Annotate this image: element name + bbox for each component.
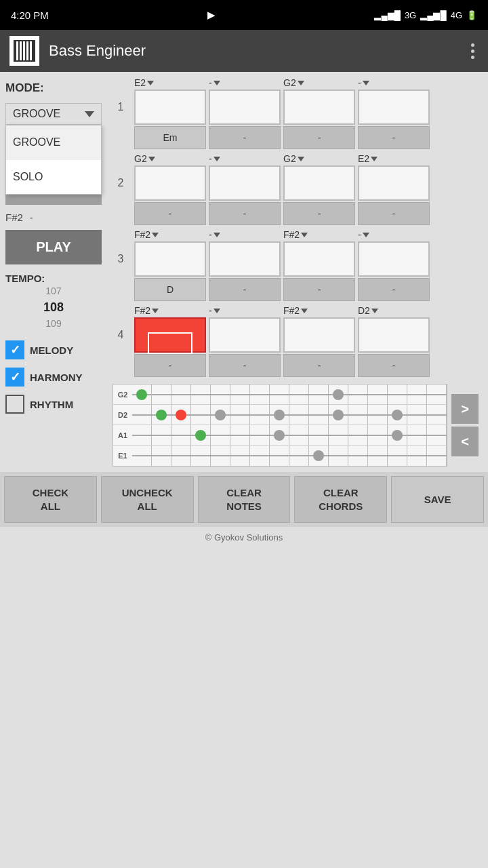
row3-note2[interactable]: - [209, 229, 281, 240]
beat-cell-1-4[interactable] [358, 90, 430, 125]
row4-note1[interactable]: F#2 [134, 305, 206, 316]
clear-chords-button[interactable]: CLEAR CHORDS [294, 476, 387, 523]
chord-2-1[interactable]: - [134, 202, 206, 225]
row1-note1[interactable]: E2 [134, 77, 206, 88]
dot-d2-10 [333, 410, 344, 420]
row4-note2[interactable]: - [209, 305, 281, 316]
chord-3-2[interactable]: - [209, 278, 281, 301]
beat-cell-3-4[interactable] [358, 241, 430, 277]
chord-2-2[interactable]: - [209, 202, 281, 225]
svg-rect-1 [16, 41, 18, 60]
beat-cell-2-3[interactable] [283, 165, 355, 201]
row4-note4[interactable]: D2 [358, 305, 430, 316]
tempo-109[interactable]: 109 [45, 317, 61, 331]
beat-cell-4-2[interactable] [209, 317, 281, 353]
beat-cell-3-1[interactable] [134, 241, 206, 277]
beat-cell-4-1[interactable] [134, 317, 206, 353]
rhythm-checkbox[interactable] [5, 395, 24, 414]
svg-rect-2 [20, 41, 22, 60]
chord-3-3[interactable]: - [283, 278, 355, 301]
mode-dropdown[interactable]: GROOVE GROOVE SOLO [5, 103, 102, 125]
svg-rect-5 [30, 41, 32, 60]
chord-3-4[interactable]: - [358, 278, 430, 301]
mode-dropdown-list: GROOVE SOLO [5, 125, 102, 195]
tempo-108[interactable]: 108 [43, 298, 64, 317]
row3-note4[interactable]: - [358, 229, 430, 240]
row2-note3[interactable]: G2 [283, 153, 355, 164]
network-4g: 4G [451, 10, 462, 20]
beat-cell-1-1[interactable] [134, 90, 206, 125]
row3-note1[interactable]: F#2 [134, 229, 206, 240]
rhythm-row: RHYTHM [5, 393, 102, 415]
melody-checkbox[interactable]: ✓ [5, 340, 24, 359]
row2-note1[interactable]: G2 [134, 153, 206, 164]
row1-n4-arrow [363, 81, 369, 85]
chord-2-4[interactable]: - [358, 202, 430, 225]
row3-beats: 3 [110, 241, 483, 277]
row2-note4[interactable]: E2 [358, 153, 430, 164]
beat-cell-3-3[interactable] [283, 241, 355, 277]
save-button[interactable]: SAVE [391, 476, 484, 523]
row2-beats: 2 [110, 165, 483, 201]
footer: © Gyokov Solutions [0, 527, 488, 549]
beat-cell-2-4[interactable] [358, 165, 430, 201]
play-icon: ▶ [207, 9, 216, 21]
row1-note2[interactable]: - [209, 77, 281, 88]
mode-item-solo[interactable]: SOLO [6, 160, 101, 194]
chord-1-3[interactable]: - [283, 126, 355, 149]
row1-n1-arrow [147, 81, 154, 85]
chord-3-1[interactable]: D [134, 278, 206, 301]
row4-chords: - - - - [110, 354, 483, 377]
clear-notes-button[interactable]: CLEAR NOTES [198, 476, 291, 523]
chord-4-3[interactable]: - [283, 354, 355, 377]
beat-cell-2-2[interactable] [209, 165, 281, 201]
row3-n2-arrow [214, 233, 220, 237]
beat-cell-4-4[interactable] [358, 317, 430, 353]
play-button[interactable]: PLAY [5, 230, 102, 264]
beat-cell-3-2[interactable] [209, 241, 281, 277]
row1-note4[interactable]: - [358, 77, 430, 88]
signal-bars-2: ▂▄▆█ [420, 10, 446, 20]
row3-n3-arrow [301, 233, 308, 237]
status-bar: 4:20 PM ▶ ▂▄▆█ 3G ▂▄▆█ 4G 🔋 [0, 0, 488, 30]
note-key: F#2 [5, 212, 23, 223]
chord-1-1[interactable]: Em [134, 126, 206, 149]
tempo-107[interactable]: 107 [45, 284, 61, 298]
row2-note2[interactable]: - [209, 153, 281, 164]
mode-selected[interactable]: GROOVE [5, 103, 102, 125]
check-all-button[interactable]: CHECK ALL [4, 476, 97, 523]
beat-cell-1-2[interactable] [209, 90, 281, 125]
note-dash: - [30, 212, 33, 223]
frets-g2 [132, 384, 447, 404]
dot-d2-13 [392, 410, 403, 420]
fret-nav-right[interactable]: > [451, 394, 479, 424]
beat-cell-2-1[interactable] [134, 165, 206, 201]
chord-1-2[interactable]: - [209, 126, 281, 149]
beat-cell-1-3[interactable] [283, 90, 355, 125]
status-time: 4:20 PM [11, 9, 49, 21]
row4-note3[interactable]: F#2 [283, 305, 355, 316]
row2-cells [134, 165, 430, 201]
beat-cell-4-3[interactable] [283, 317, 355, 353]
mode-item-groove[interactable]: GROOVE [6, 125, 101, 160]
dot-g2-0 [136, 389, 147, 400]
chord-4-4[interactable]: - [358, 354, 430, 377]
string-e1: E1 [113, 446, 447, 466]
row3-note3[interactable]: F#2 [283, 229, 355, 240]
chord-4-2[interactable]: - [209, 354, 281, 377]
menu-button[interactable] [467, 36, 479, 66]
fretboard-section: G2 [110, 384, 483, 467]
row3-n1-arrow [152, 233, 159, 237]
string-g2: G2 [113, 384, 447, 405]
row1-note3[interactable]: G2 [283, 77, 355, 88]
chord-1-4[interactable]: - [358, 126, 430, 149]
fret-g2-0[interactable] [132, 384, 152, 404]
fret-nav-left[interactable]: < [451, 427, 479, 456]
dot-d2-7 [274, 410, 285, 420]
chord-2-3[interactable]: - [283, 202, 355, 225]
row1-n3-arrow [298, 81, 304, 85]
dot-a1-7 [274, 430, 285, 441]
uncheck-all-button[interactable]: UNCHECK ALL [101, 476, 194, 523]
chord-4-1[interactable]: - [134, 354, 206, 377]
harmony-checkbox[interactable]: ✓ [5, 368, 24, 387]
